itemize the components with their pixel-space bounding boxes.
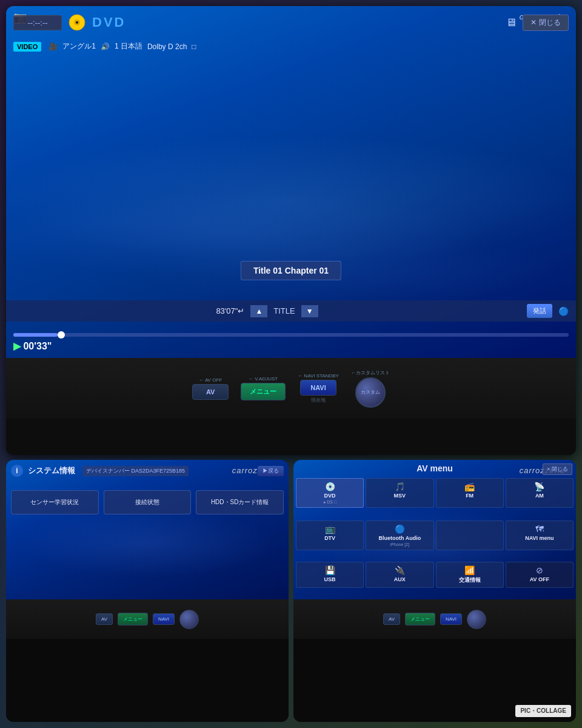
av-close-button[interactable]: × 閉じる: [543, 463, 572, 475]
dtv-label: DTV: [324, 535, 335, 541]
av-traffic-item[interactable]: 📶 交通情報: [436, 562, 504, 588]
hdd-sd-button[interactable]: HDD・SDカード情報: [196, 490, 284, 514]
fm-label: FM: [466, 493, 473, 499]
video-badge: VIDEO: [13, 42, 41, 52]
hdd-label: HDD・SDカード情報: [211, 499, 269, 505]
br-navi-button[interactable]: NAVI: [440, 613, 462, 625]
bottom-left-panel: carrozzeria i システム情報 デバイスナンバー DAS2DA3FE7…: [6, 460, 289, 722]
navi-menu-icon: 🗺: [535, 524, 544, 534]
bottom-right-panel: carrozzeria AV menu × 閉じる 💿 DVD ● DS □ 🎵…: [293, 460, 576, 722]
navi-control: ← NAVI STANDBY NAVI 現在地: [298, 373, 339, 403]
custom-knob[interactable]: カスタム: [355, 377, 386, 408]
aux-icon: 🔌: [395, 565, 405, 575]
av-off-label: AV OFF: [530, 576, 549, 582]
navi-menu-label: NAVI menu: [525, 535, 554, 541]
connection-label: 接続状態: [135, 499, 159, 505]
av-aux-item[interactable]: 🔌 AUX: [366, 562, 433, 588]
av-bluetooth-item[interactable]: 🔵 Bluetooth Audio iPhone [2]: [366, 521, 433, 550]
audio-icon: 🔊: [101, 42, 110, 51]
bl-av-button[interactable]: AV: [96, 613, 113, 625]
navi-top-label: ← NAVI STANDBY: [298, 373, 339, 379]
dvd-label: DVD: [324, 493, 336, 499]
bottom-row: carrozzeria i システム情報 デバイスナンバー DAS2DA3FE7…: [6, 460, 576, 722]
av-grid-row1: 💿 DVD ● DS □ 🎵 MSV 📻 FM 📡 AM: [296, 478, 574, 508]
playback-time: ▶ 00'33": [13, 340, 52, 352]
av-navi-item[interactable]: 🗺 NAVI menu: [506, 521, 574, 550]
audio-info: 1 日本語: [115, 41, 142, 52]
disc-icon: [68, 13, 86, 32]
hatsuwa-button[interactable]: 発話: [527, 304, 552, 318]
av-msv-item[interactable]: 🎵 MSV: [366, 478, 433, 508]
sys-info-header: i システム情報 デバイスナンバー DAS2DA3FE725B185 ▶戻る: [11, 465, 284, 477]
bluetooth-icon: 🔵: [558, 306, 569, 316]
bottom-right-screen: carrozzeria AV menu × 閉じる 💿 DVD ● DS □ 🎵…: [293, 460, 576, 599]
av-button[interactable]: AV: [192, 384, 229, 400]
device-number: デバイスナンバー DAS2DA3FE725B185: [82, 466, 189, 476]
av-dvd-item[interactable]: 💿 DVD ● DS □: [296, 478, 364, 508]
av-off-icon: ⊘: [536, 565, 543, 575]
am-icon: 📡: [534, 482, 544, 491]
av-fm-item[interactable]: 📻 FM: [436, 478, 504, 508]
navi-sublabel: 現在地: [311, 397, 326, 403]
usb-label: USB: [324, 576, 336, 582]
traffic-label: 交通情報: [459, 576, 481, 584]
br-av-button[interactable]: AV: [383, 613, 400, 625]
progress-bar-area: [6, 333, 576, 337]
traffic-icon: 📶: [464, 565, 475, 575]
collage-container: 📷 carrozzeria --:--:-- DVD 🖥: [0, 0, 582, 728]
bottom-right-controls: AV メニュー NAVI: [293, 599, 576, 639]
format-info: Dolby D 2ch: [147, 42, 187, 51]
progress-fill: [13, 333, 58, 337]
sys-swirl-bg: [6, 460, 289, 599]
close-button-top[interactable]: ✕ 閉じる: [523, 15, 569, 31]
physical-controls: ← AV OFF AV ← V.ADJUST メニュー ← NAVI STAND…: [6, 358, 576, 419]
nav-arrow-up-button[interactable]: ▲: [250, 305, 267, 317]
top-screen: 📷 carrozzeria --:--:-- DVD 🖥: [6, 6, 576, 358]
back-button[interactable]: ▶戻る: [258, 466, 284, 476]
progress-dot: [58, 331, 65, 339]
menu-button[interactable]: メニュー: [241, 383, 286, 400]
av-empty-item: [436, 521, 504, 550]
close-x: ✕: [530, 18, 537, 27]
dvd-icon: 💿: [325, 482, 335, 491]
sensor-status-button[interactable]: センサー学習状況: [11, 490, 99, 514]
monitor-icon: 🖥: [506, 16, 517, 29]
av-grid-row2: 📺 DTV 🔵 Bluetooth Audio iPhone [2] 🗺 NAV…: [296, 521, 574, 550]
nav-time: 83'07"↵: [216, 306, 244, 315]
av-am-item[interactable]: 📡 AM: [506, 478, 574, 508]
title-chapter-bar: Title 01 Chapter 01: [241, 261, 341, 280]
msv-icon: 🎵: [395, 482, 405, 491]
bt-sub: iPhone [2]: [390, 542, 410, 547]
close-label: 閉じる: [539, 18, 561, 28]
custom-control: ←カスタムリスト カスタム: [351, 369, 390, 408]
time-display: --:--:--: [13, 15, 62, 30]
bl-menu-button[interactable]: メニュー: [118, 613, 148, 625]
title-chapter-text: Title 01 Chapter 01: [253, 266, 329, 275]
msv-label: MSV: [394, 493, 406, 499]
dtv-icon: 📺: [325, 524, 335, 534]
av-usb-item[interactable]: 💾 USB: [296, 562, 364, 588]
am-label: AM: [535, 493, 544, 499]
nav-arrow-down-button[interactable]: ▼: [301, 305, 318, 317]
av-menu-title: AV menu: [416, 463, 453, 473]
av-control: ← AV OFF AV: [192, 377, 229, 400]
bottom-left-screen: carrozzeria i システム情報 デバイスナンバー DAS2DA3FE7…: [6, 460, 289, 599]
bl-navi-button[interactable]: NAVI: [153, 613, 175, 625]
av-grid-row3: 💾 USB 🔌 AUX 📶 交通情報 ⊘ AV OFF: [296, 562, 574, 588]
br-knob[interactable]: [467, 610, 486, 629]
custom-top-label: ←カスタムリスト: [351, 369, 390, 376]
av-dtv-item[interactable]: 📺 DTV: [296, 521, 364, 550]
menu-top-label: ← V.ADJUST: [249, 376, 278, 382]
navi-button[interactable]: NAVI: [300, 380, 336, 396]
br-menu-button[interactable]: メニュー: [405, 613, 435, 625]
av-off-item[interactable]: ⊘ AV OFF: [506, 562, 574, 588]
dvd-nav-bar: 83'07"↵ ▲ TITLE ▼ 発話 🔵: [6, 300, 576, 322]
angle-info: アングル1: [62, 41, 96, 52]
connection-status-button[interactable]: 接続状態: [104, 490, 192, 514]
sys-buttons-area: センサー学習状況 接続状態 HDD・SDカード情報: [11, 490, 284, 514]
bottom-left-controls: AV メニュー NAVI: [6, 599, 289, 639]
bt-audio-label: Bluetooth Audio: [379, 535, 421, 541]
subtitle-info: 🎥 アングル1 🔊 1 日本語 Dolby D 2ch □: [48, 41, 196, 52]
progress-track[interactable]: [13, 333, 569, 337]
bl-knob[interactable]: [179, 610, 199, 629]
